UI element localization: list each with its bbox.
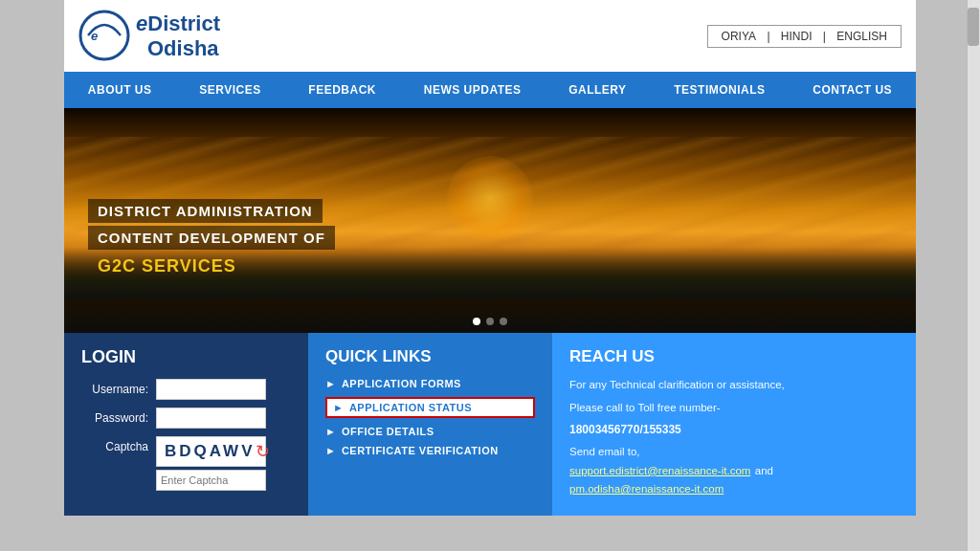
password-input[interactable] [156, 408, 266, 429]
header: e eDistrict Odisha ORIYA | HINDI | ENGLI… [64, 0, 916, 72]
username-label: Username: [81, 383, 148, 396]
login-panel: LOGIN Username: Password: Captcha BDQAWV… [64, 333, 308, 516]
ql-label-cert-verify: CERTIFICATE VERIFICATION [342, 445, 499, 456]
captcha-label: Captcha [81, 436, 148, 453]
ql-arrow-1: ► [325, 378, 336, 389]
username-field: Username: [81, 379, 291, 400]
reachus-email1-text: support.edistrict@renaissance-it.com [569, 465, 750, 476]
ql-arrow-3: ► [325, 426, 336, 437]
captcha-text: BDQAWV [165, 442, 256, 461]
hero-banner: DISTRICT ADMINISTRATION CONTENT DEVELOPM… [64, 108, 916, 333]
captcha-block: BDQAWV ↻ [156, 436, 266, 491]
quicklink-office-details[interactable]: ► OFFICE DETAILS [325, 426, 535, 437]
nav-feedback[interactable]: FEEDBACK [295, 72, 390, 108]
hero-line1: DISTRICT ADMINISTRATION [88, 199, 323, 223]
reachus-email2-text: pm.odisha@renaissance-it.com [569, 483, 724, 495]
quicklinks-title: QUICK LINKS [325, 347, 535, 366]
scrollbar[interactable] [967, 0, 980, 551]
hero-text: DISTRICT ADMINISTRATION CONTENT DEVELOPM… [88, 199, 335, 280]
hero-dot-3[interactable] [500, 318, 507, 325]
nav-about-us[interactable]: ABOUT US [75, 72, 166, 108]
reachus-phone: 18003456770/155335 [569, 423, 899, 436]
reachus-email2[interactable]: pm.odisha@renaissance-it.com [569, 479, 899, 496]
quicklink-cert-verify[interactable]: ► CERTIFICATE VERIFICATION [325, 445, 535, 456]
hero-dot-2[interactable] [486, 318, 494, 325]
captcha-row: Captcha BDQAWV ↻ [81, 436, 291, 491]
svg-text:e: e [91, 29, 98, 43]
nav-contact-us[interactable]: CONTACT US [799, 72, 905, 108]
reachus-email1[interactable]: support.edistrict@renaissance-it.com and [569, 461, 899, 479]
reachus-text2: Please call to Toll free number- [569, 399, 899, 416]
ql-label-app-forms: APPLICATION FORMS [342, 378, 461, 389]
quicklinks-panel: QUICK LINKS ► APPLICATION FORMS ► APPLIC… [308, 333, 552, 516]
hero-water [64, 299, 916, 333]
hero-dot-1[interactable] [473, 318, 480, 325]
hero-sun [447, 156, 533, 242]
scrollbar-thumb[interactable] [968, 8, 979, 46]
ql-arrow-2: ► [333, 402, 344, 413]
quicklink-app-forms[interactable]: ► APPLICATION FORMS [325, 378, 535, 389]
password-label: Password: [81, 411, 148, 425]
nav-services[interactable]: SERVICES [186, 72, 274, 108]
captcha-refresh-icon[interactable]: ↻ [256, 441, 270, 462]
captcha-image: BDQAWV ↻ [156, 436, 266, 467]
nav-bar: ABOUT US SERVICES FEEDBACK NEWS UPDATES … [64, 72, 916, 108]
quicklink-app-status[interactable]: ► APPLICATION STATUS [325, 397, 535, 418]
logo-district: District [147, 11, 220, 35]
username-input[interactable] [156, 379, 266, 400]
bottom-section: LOGIN Username: Password: Captcha BDQAWV… [64, 333, 916, 516]
reachus-and: and [755, 465, 773, 476]
logo: e eDistrict Odisha [78, 10, 220, 62]
hero-line2: CONTENT DEVELOPMENT OF [88, 226, 335, 250]
nav-gallery[interactable]: GALLERY [555, 72, 639, 108]
logo-e: e [136, 11, 147, 35]
captcha-input[interactable] [156, 470, 266, 491]
reachus-email-label: Send email to, [569, 446, 899, 457]
ql-label-app-status: APPLICATION STATUS [349, 402, 472, 413]
hero-dots [473, 318, 507, 325]
ql-arrow-4: ► [325, 445, 336, 456]
reachus-text1: For any Technical clarification or assis… [569, 376, 899, 393]
logo-icon: e [78, 10, 131, 62]
lang-oriya[interactable]: ORIYA [722, 30, 756, 43]
lang-english[interactable]: ENGLISH [836, 30, 887, 43]
lang-hindi[interactable]: HINDI [781, 30, 813, 43]
language-selector[interactable]: ORIYA | HINDI | ENGLISH [707, 25, 902, 48]
password-field: Password: [81, 408, 291, 429]
logo-odisha: Odisha [147, 36, 220, 61]
logo-text: eDistrict Odisha [136, 11, 220, 61]
ql-label-office-details: OFFICE DETAILS [342, 426, 434, 437]
reachus-panel: REACH US For any Technical clarification… [552, 333, 916, 516]
svg-point-0 [80, 11, 128, 59]
nav-testimonials[interactable]: TESTIMONIALS [660, 72, 778, 108]
lang-sep1: | [767, 30, 772, 43]
login-title: LOGIN [81, 347, 291, 367]
hero-line3: G2C SERVICES [88, 253, 246, 280]
lang-sep2: | [823, 30, 829, 43]
reachus-title: REACH US [569, 347, 899, 366]
nav-news-updates[interactable]: NEWS UPDATES [411, 72, 535, 108]
